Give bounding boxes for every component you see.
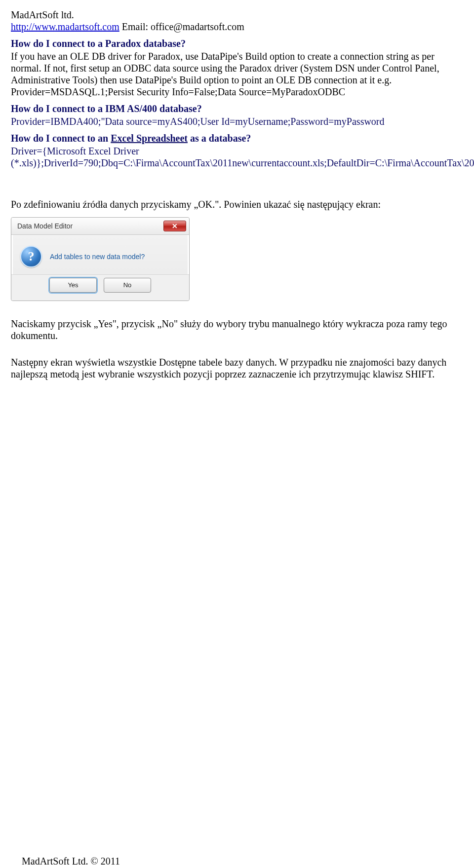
- answer-paradox: If you have an OLE DB driver for Paradox…: [11, 50, 463, 98]
- question-paradox: How do I connect to a Paradox database?: [11, 38, 463, 49]
- company-name: MadArtSoft ltd.: [11, 9, 463, 21]
- answer-excel: Driver={Microsoft Excel Driver (*.xls)};…: [11, 145, 463, 169]
- question-excel: How do I connect to an Excel Spreadsheet…: [11, 132, 463, 144]
- company-url[interactable]: http://www.madartsoft.com: [11, 21, 119, 32]
- dialog-titlebar: Data Model Editor ✕: [11, 218, 189, 235]
- dialog-message: Add tables to new data model?: [50, 253, 145, 261]
- close-icon: ✕: [172, 222, 178, 230]
- question-as400: How do I connect to a IBM AS/400 databas…: [11, 103, 463, 114]
- paragraph-yes-no: Naciskamy przycisk „Yes", przycisk „No" …: [11, 318, 463, 341]
- dialog-body: ? Add tables to new data model?: [11, 235, 189, 274]
- question-excel-post: as a database?: [188, 133, 251, 144]
- yes-button[interactable]: Yes: [49, 278, 97, 293]
- paragraph-next-screen: Następny ekran wyświetla wszystkie Dostę…: [11, 356, 463, 380]
- question-excel-link: Excel Spreadsheet: [111, 133, 188, 144]
- company-contact: http://www.madartsoft.com Email: office@…: [11, 21, 463, 33]
- data-model-editor-dialog: Data Model Editor ✕ ? Add tables to new …: [11, 217, 190, 301]
- answer-as400: Provider=IBMDA400;"Data source=myAS400;U…: [11, 115, 463, 127]
- company-email: Email: office@madartsoft.com: [119, 21, 244, 32]
- close-button[interactable]: ✕: [163, 221, 186, 231]
- dialog-buttons: Yes No: [11, 274, 189, 301]
- paragraph-after-ok: Po zdefiniowaniu źródła danych przyciska…: [11, 198, 463, 210]
- question-excel-pre: How do I connect to an: [11, 133, 111, 144]
- no-button[interactable]: No: [104, 278, 151, 293]
- question-icon: ?: [20, 246, 42, 267]
- page-footer: MadArtSoft Ltd. © 2011: [22, 855, 120, 867]
- dialog-title-text: Data Model Editor: [17, 222, 73, 230]
